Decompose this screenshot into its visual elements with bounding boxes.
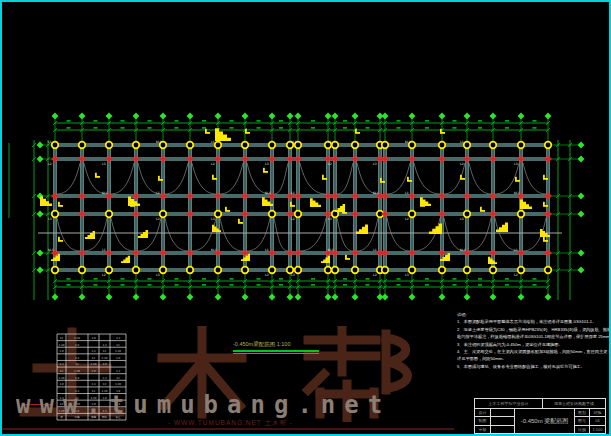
cad-viewport: L1KL1L1KL1L1KL1L1L2L3L2L3L2L3L2L3KL1L1KL… bbox=[0, 0, 611, 436]
svg-text:KL1: KL1 bbox=[102, 191, 108, 195]
svg-text:L1: L1 bbox=[460, 140, 464, 144]
title-block-category-label: 图别 bbox=[575, 409, 590, 416]
svg-text:3.0: 3.0 bbox=[102, 363, 106, 366]
svg-text:L2: L2 bbox=[328, 162, 332, 166]
svg-text:L3: L3 bbox=[211, 217, 215, 221]
note-line-2: 2、混凝土强度等级为C30，钢筋采用HPB235(Φ)、HRB335(Φ)级，梁… bbox=[457, 326, 611, 333]
svg-text:12: 12 bbox=[60, 337, 64, 340]
plan-title: -0.450m梁配筋图 1:100 bbox=[233, 341, 319, 354]
svg-text:KL1: KL1 bbox=[156, 140, 162, 144]
svg-text:L1: L1 bbox=[265, 248, 269, 252]
svg-text:L2: L2 bbox=[514, 273, 518, 277]
svg-text:L1: L1 bbox=[211, 140, 215, 144]
svg-text:L1: L1 bbox=[156, 191, 160, 195]
notes-heading: 说明: bbox=[457, 311, 611, 318]
note-line-7: 5、本图须与建筑、设备各专业图纸配合施工，核对无误后方可施工。 bbox=[457, 363, 611, 370]
svg-text:3.30: 3.30 bbox=[91, 363, 97, 366]
plan-title-text: -0.450m梁配筋图 1:100 bbox=[233, 341, 290, 347]
svg-text:L1: L1 bbox=[102, 248, 106, 252]
svg-text:3.0: 3.0 bbox=[59, 383, 63, 386]
svg-text:12: 12 bbox=[116, 344, 120, 347]
svg-text:L3: L3 bbox=[460, 217, 464, 221]
title-underline-thin bbox=[233, 353, 319, 354]
svg-text:KL1: KL1 bbox=[328, 248, 334, 252]
svg-text:L3: L3 bbox=[48, 217, 52, 221]
svg-text:L3: L3 bbox=[405, 273, 409, 277]
title-underline-thick bbox=[233, 350, 319, 352]
svg-text:L1: L1 bbox=[514, 248, 518, 252]
svg-text:12: 12 bbox=[92, 357, 96, 360]
svg-text:L3: L3 bbox=[265, 162, 269, 166]
svg-text:12: 12 bbox=[103, 350, 107, 353]
title-block-scale-value: 1:100 bbox=[590, 426, 605, 433]
svg-text:KL1: KL1 bbox=[514, 191, 520, 195]
watermark-subtext: - WWW.TUMUBANG.NET 土木帮 - bbox=[168, 419, 293, 428]
svg-text:L1: L1 bbox=[291, 191, 295, 195]
title-block-drafter-value bbox=[491, 417, 514, 424]
svg-text:3.3: 3.3 bbox=[75, 357, 79, 360]
title-block-designer-label: 设计 bbox=[475, 409, 491, 416]
svg-text:3.30: 3.30 bbox=[115, 350, 121, 353]
svg-text:L3: L3 bbox=[291, 273, 295, 277]
svg-text:L2: L2 bbox=[373, 273, 377, 277]
svg-text:KL1: KL1 bbox=[373, 191, 379, 195]
title-block-checker-label: 审核 bbox=[475, 426, 491, 433]
svg-text:L3: L3 bbox=[102, 162, 106, 166]
note-line-3: 筋均按平法标注，柱纵筋锚固构造详见03G101-1相应节点详图，保护层厚度 25… bbox=[457, 333, 611, 340]
note-line-6: 详见平面图，间距50mm。 bbox=[457, 355, 611, 362]
watermark-url: www.tumubang.net bbox=[16, 391, 391, 419]
title-block-checker-value bbox=[491, 426, 514, 433]
svg-text:3.3: 3.3 bbox=[102, 344, 106, 347]
svg-text:3.0: 3.0 bbox=[59, 350, 63, 353]
svg-text:3.30: 3.30 bbox=[59, 344, 65, 347]
svg-text:3.30: 3.30 bbox=[59, 377, 65, 380]
title-block-category-value: 结施 bbox=[590, 409, 605, 416]
note-line-5: 4、主、次梁相交处，在主梁内次梁两侧各附加3组箍筋，间距50mm，直径同主梁 箍… bbox=[457, 348, 611, 355]
svg-text:KL1: KL1 bbox=[460, 248, 466, 252]
svg-text:L1: L1 bbox=[328, 140, 332, 144]
title-block-designer-value bbox=[491, 409, 514, 416]
plan-drawing: L1KL1L1KL1L1KL1L1L2L3L2L3L2L3L2L3KL1L1KL… bbox=[0, 0, 611, 436]
rebar-curve-layer bbox=[57, 163, 546, 251]
svg-text:L3: L3 bbox=[328, 217, 332, 221]
title-block-scale-label: 比例 bbox=[575, 426, 590, 433]
svg-text:3.0: 3.0 bbox=[91, 370, 95, 373]
svg-text:3.0: 3.0 bbox=[75, 344, 79, 347]
svg-text:L2: L2 bbox=[405, 217, 409, 221]
svg-text:L3: L3 bbox=[373, 162, 377, 166]
svg-text:L2: L2 bbox=[211, 162, 215, 166]
svg-text:L1: L1 bbox=[48, 140, 52, 144]
svg-text:KL1: KL1 bbox=[211, 248, 217, 252]
svg-text:12: 12 bbox=[103, 383, 107, 386]
svg-text:3.30: 3.30 bbox=[102, 357, 108, 360]
title-block-drafter-label: 制图 bbox=[475, 417, 491, 424]
svg-text:L1: L1 bbox=[405, 191, 409, 195]
svg-text:3.30: 3.30 bbox=[115, 383, 121, 386]
svg-text:12: 12 bbox=[60, 370, 64, 373]
svg-text:L2: L2 bbox=[102, 273, 106, 277]
svg-text:3.3: 3.3 bbox=[116, 370, 120, 373]
svg-text:L3: L3 bbox=[156, 273, 160, 277]
svg-text:3.3: 3.3 bbox=[102, 377, 106, 380]
svg-text:3.3: 3.3 bbox=[116, 337, 120, 340]
svg-text:3.0: 3.0 bbox=[116, 357, 120, 360]
title-block: 土木工程学院毕业设计 混凝土框架结构教学楼 设计 制图 审核 -0.450m 梁… bbox=[474, 398, 606, 434]
svg-text:3.3: 3.3 bbox=[91, 383, 95, 386]
svg-text:KL1: KL1 bbox=[291, 140, 297, 144]
title-block-project: 混凝土框架结构教学楼 bbox=[543, 399, 605, 409]
svg-text:L2: L2 bbox=[460, 162, 464, 166]
title-block-number-value: 06 bbox=[590, 417, 605, 424]
svg-text:L3: L3 bbox=[514, 162, 518, 166]
svg-text:3.3: 3.3 bbox=[59, 363, 63, 366]
title-block-number-label: 图号 bbox=[575, 417, 590, 424]
svg-text:3.30: 3.30 bbox=[74, 337, 80, 340]
notes-block: 说明: 1、本图梁配筋采用平面整体表示方法绘制，未注明者详见图集 03G101-… bbox=[457, 311, 611, 370]
svg-text:L2: L2 bbox=[48, 162, 52, 166]
title-block-drawing-title: -0.450m 梁配筋图 bbox=[515, 409, 575, 433]
svg-text:L2: L2 bbox=[156, 217, 160, 221]
svg-text:L2: L2 bbox=[265, 273, 269, 277]
svg-text:3.30: 3.30 bbox=[74, 370, 80, 373]
svg-text:3.0: 3.0 bbox=[91, 337, 95, 340]
svg-text:3.0: 3.0 bbox=[75, 377, 79, 380]
svg-text:KL1: KL1 bbox=[48, 248, 54, 252]
